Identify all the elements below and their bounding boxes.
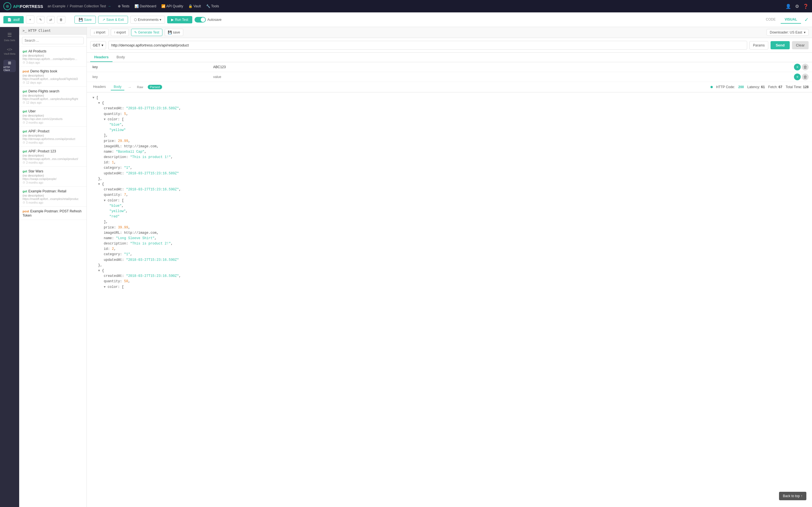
httpclient-label: HTTP Client	[3, 66, 16, 71]
nav-tests[interactable]: ⊕ Tests	[118, 4, 130, 8]
collapse-arrow-4[interactable]: ▼	[98, 182, 100, 186]
item-url: https://swapi.co/api/people/	[22, 177, 79, 180]
collapse-arrow-3[interactable]: ▼	[104, 118, 106, 121]
nav-dashboard[interactable]: 📊 Dashboard	[135, 4, 156, 8]
environments-icon: ⬡	[134, 18, 137, 22]
panel-list: getAll Products (no description) http://…	[19, 47, 87, 507]
chevron-down-icon: ▾	[804, 31, 806, 34]
save-button-secondary[interactable]: 💾 save	[165, 29, 183, 36]
save-exit-button[interactable]: ↗ Save & Exit	[98, 16, 128, 24]
header-key-input-2[interactable]	[93, 75, 206, 79]
nav-vault[interactable]: 🔒 Vault	[188, 4, 201, 8]
header-delete-button-2[interactable]: 🗑	[802, 73, 809, 80]
header-row-2: ＋ 🗑	[87, 72, 812, 82]
list-item[interactable]: getDemo Flights search (no description) …	[19, 87, 87, 107]
tab-asdf[interactable]: 📄 asdf	[3, 16, 24, 23]
collapse-arrow-6[interactable]: ▼	[98, 269, 100, 272]
list-item[interactable]: getExample Postman: Retail (no descripti…	[19, 187, 87, 207]
header-value-input-2[interactable]	[213, 75, 790, 79]
header-add-button-1[interactable]: ＋	[794, 64, 801, 70]
environments-button[interactable]: ⬡ Environments ▾	[130, 16, 165, 24]
toggle-switch[interactable]	[195, 17, 206, 22]
generate-test-button[interactable]: ✎ Generate Test	[131, 29, 162, 36]
tab-body-response[interactable]: Body	[111, 83, 124, 91]
user-icon[interactable]: 👤	[785, 4, 791, 9]
method-badge: get	[22, 110, 28, 113]
header-key-input-1[interactable]	[93, 65, 206, 69]
list-item[interactable]: getAPIF: Product 123 (no description) ht…	[19, 147, 87, 167]
nav-api-quality[interactable]: 📶 API Quality	[161, 4, 183, 8]
fetch-label: Fetch: 67	[768, 85, 782, 89]
collapse-arrow-7[interactable]: ▼	[104, 285, 106, 289]
item-time: ⏱ 5 months ago	[22, 201, 83, 204]
list-item[interactable]: postExample Postman: POST Refresh Token	[19, 207, 87, 220]
method-badge: post	[22, 210, 29, 213]
tab-raw[interactable]: Raw	[135, 85, 146, 89]
code-visual-tabs: CODE VISUAL ✓	[762, 16, 809, 24]
item-name: APIF: Product 123	[29, 149, 56, 153]
item-desc: (no description)	[22, 134, 83, 137]
header-value-2	[211, 72, 792, 82]
tab-body-request[interactable]: Body	[112, 53, 129, 62]
terminal-icon: >_	[22, 29, 27, 33]
item-name: Uber	[29, 109, 36, 113]
tab-parsed[interactable]: Parsed	[148, 85, 162, 89]
save-button[interactable]: 💾 Save	[74, 16, 96, 24]
import-button[interactable]: ↓ import	[90, 29, 109, 36]
list-item[interactable]: getAPIF: Product (no description) http:/…	[19, 127, 87, 147]
add-button[interactable]: ＋	[26, 15, 35, 24]
vault-label: Vault Beta	[4, 52, 15, 55]
logo[interactable]: ◎ APIFORTRESS	[3, 2, 43, 10]
breadcrumb-part2[interactable]: Postman Collection Test	[70, 4, 106, 8]
breadcrumb-part1[interactable]: an Example	[48, 4, 65, 8]
list-item[interactable]: getUber (no description) https://api.ube…	[19, 107, 87, 127]
delete-button[interactable]: 🗑	[57, 16, 65, 23]
params-button[interactable]: Params	[749, 41, 768, 50]
tab-headers[interactable]: Headers	[90, 53, 112, 62]
list-item[interactable]: postDemo flights book (no description) h…	[19, 67, 87, 87]
breadcrumb-separator: /	[67, 4, 68, 8]
chevron-down-icon: ▾	[160, 18, 161, 22]
item-time: ⏱ 12 days ago	[22, 101, 83, 104]
url-input[interactable]	[108, 41, 747, 50]
item-time: ⏱ 2 months ago	[22, 141, 83, 144]
header-delete-button-1[interactable]: 🗑	[802, 64, 809, 70]
search-input[interactable]	[22, 37, 84, 44]
sidebar-item-datasets[interactable]: ☰ Data Sets	[3, 31, 16, 43]
tab-code[interactable]: CODE	[762, 16, 779, 24]
tab-visual[interactable]: VISUAL	[781, 16, 801, 24]
item-url: http://demoapi.apifortr....com/api/retai…	[22, 57, 79, 61]
method-select[interactable]: GET ▾	[90, 41, 106, 49]
clear-button[interactable]: Clear	[792, 41, 809, 49]
list-item[interactable]: getStar Wars (no description) https://sw…	[19, 167, 87, 187]
collapse-arrow-1[interactable]: ▼	[93, 96, 94, 100]
nav-icons: 👤 ⚙ ❓	[785, 4, 809, 9]
export-button[interactable]: ↑ export	[111, 29, 129, 36]
edit-button[interactable]: ✎	[37, 16, 45, 23]
http-code-value: 200	[738, 85, 744, 89]
sidebar-item-httpclient[interactable]: ⊞ HTTP Client	[3, 60, 16, 72]
collapse-arrow-2[interactable]: ▼	[98, 101, 100, 105]
header-value-input-1[interactable]	[213, 65, 790, 69]
item-url: http://demoapi.apifortr...ess.com/api/pr…	[22, 158, 79, 161]
logo-text: APIFORTRESS	[13, 4, 43, 9]
back-to-top-button[interactable]: Back to top ↑	[779, 492, 806, 500]
item-time: ⏱ 12 days ago	[22, 81, 83, 84]
httpclient-icon: ⊞	[8, 61, 11, 65]
settings-icon[interactable]: ⚙	[795, 4, 799, 9]
nav-tools[interactable]: 🔧 Tools	[206, 4, 219, 8]
header-add-button-2[interactable]: ＋	[794, 73, 801, 80]
run-test-button[interactable]: ▶ Run Test	[167, 16, 192, 23]
tab-headers-response[interactable]: Headers	[90, 83, 109, 91]
downloader-select[interactable]: Downloader: US East ▾	[767, 29, 809, 36]
list-item[interactable]: getAll Products (no description) http://…	[19, 47, 87, 67]
logo-icon: ◎	[3, 2, 11, 10]
item-desc: (no description)	[22, 194, 83, 197]
autosave-toggle[interactable]: Autosave	[195, 17, 221, 22]
collapse-arrow-5[interactable]: ▼	[104, 199, 106, 202]
send-button[interactable]: Send	[770, 41, 790, 49]
sidebar-item-vault[interactable]: </> Vault Beta	[3, 45, 16, 57]
compare-button[interactable]: ⇄	[47, 16, 55, 23]
help-icon[interactable]: ❓	[803, 4, 809, 9]
save-exit-icon: ↗	[102, 18, 105, 22]
